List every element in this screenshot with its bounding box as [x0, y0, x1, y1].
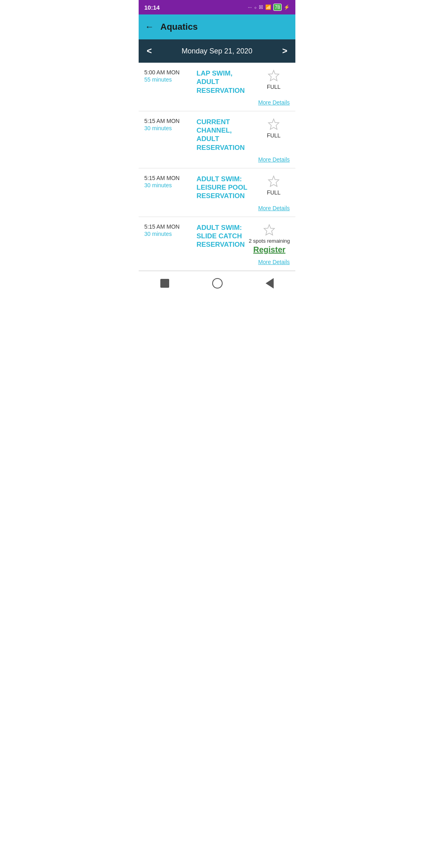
session-time: 5:00 AM MON — [144, 69, 192, 76]
x-icon: ☒ — [259, 4, 263, 10]
prev-date-button[interactable]: < — [147, 46, 152, 56]
current-date: Monday Sep 21, 2020 — [182, 47, 252, 55]
session-time: 5:15 AM MON — [144, 223, 192, 230]
favorite-icon[interactable] — [267, 175, 280, 188]
session-status-block: FULL — [258, 69, 290, 90]
session-item: 5:15 AM MON 30 minutes CURRENT CHANNEL, … — [139, 111, 295, 168]
status-bar: 10:14 ··· ⬦ ☒ 📶 78 ⚡ — [139, 0, 295, 14]
status-time: 10:14 — [144, 4, 160, 11]
bluetooth-icon: ⬦ — [254, 4, 257, 10]
session-name: ADULT SWIM: LEISURE POOL RESERVATION — [192, 175, 258, 201]
more-details-link[interactable]: More Details — [258, 205, 290, 211]
more-details-row: More Details — [144, 99, 290, 106]
home-circle-button[interactable] — [212, 278, 223, 289]
session-item: 5:15 AM MON 30 minutes ADULT SWIM: SLIDE… — [139, 217, 295, 271]
session-time: 5:15 AM MON — [144, 118, 192, 124]
back-triangle-icon — [266, 278, 274, 289]
session-list: 5:00 AM MON 55 minutes LAP SWIM, ADULT R… — [139, 63, 295, 271]
session-status-block: FULL — [258, 118, 290, 139]
more-details-link[interactable]: More Details — [258, 156, 290, 163]
session-item: 5:00 AM MON 55 minutes LAP SWIM, ADULT R… — [139, 63, 295, 111]
favorite-icon[interactable] — [263, 223, 276, 236]
session-name: CURRENT CHANNEL, ADULT RESERVATION — [192, 118, 258, 152]
charging-icon: ⚡ — [284, 4, 290, 10]
more-details-link[interactable]: More Details — [258, 99, 290, 106]
session-time: 5:15 AM MON — [144, 175, 192, 181]
svg-marker-2 — [268, 176, 279, 186]
battery-indicator: 78 — [273, 4, 282, 11]
status-label: FULL — [267, 189, 280, 196]
session-time-block: 5:15 AM MON 30 minutes — [144, 223, 192, 237]
date-navigation: < Monday Sep 21, 2020 > — [139, 39, 295, 63]
svg-marker-3 — [264, 225, 274, 235]
back-nav-button[interactable] — [266, 278, 274, 289]
favorite-icon[interactable] — [267, 69, 280, 82]
session-duration: 55 minutes — [144, 76, 192, 83]
register-button[interactable]: Register — [253, 245, 285, 254]
status-label: FULL — [267, 132, 280, 139]
signal-icon: ··· — [248, 4, 252, 10]
app-header: ← Aquatics — [139, 14, 295, 39]
circle-icon — [212, 278, 223, 289]
session-row: 5:15 AM MON 30 minutes CURRENT CHANNEL, … — [144, 118, 290, 152]
more-details-link[interactable]: More Details — [258, 259, 290, 265]
page-title: Aquatics — [160, 22, 198, 32]
square-icon — [160, 279, 169, 288]
more-details-row: More Details — [144, 258, 290, 266]
more-details-row: More Details — [144, 205, 290, 212]
back-button[interactable]: ← — [145, 22, 154, 32]
status-icons: ··· ⬦ ☒ 📶 78 ⚡ — [248, 4, 290, 11]
session-status-block: FULL — [258, 175, 290, 196]
session-row: 5:15 AM MON 30 minutes ADULT SWIM: LEISU… — [144, 175, 290, 201]
svg-marker-1 — [268, 119, 279, 129]
session-duration: 30 minutes — [144, 182, 192, 188]
session-time-block: 5:15 AM MON 30 minutes — [144, 118, 192, 131]
favorite-icon[interactable] — [267, 118, 280, 131]
home-button[interactable] — [160, 279, 169, 288]
status-label: FULL — [267, 84, 280, 90]
session-row: 5:15 AM MON 30 minutes ADULT SWIM: SLIDE… — [144, 223, 290, 255]
session-row: 5:00 AM MON 55 minutes LAP SWIM, ADULT R… — [144, 69, 290, 95]
session-item: 5:15 AM MON 30 minutes ADULT SWIM: LEISU… — [139, 168, 295, 217]
wifi-icon: 📶 — [265, 4, 271, 10]
session-status-block: 2 spots remaining Register — [249, 223, 290, 255]
session-duration: 30 minutes — [144, 231, 192, 237]
session-duration: 30 minutes — [144, 125, 192, 131]
next-date-button[interactable]: > — [282, 46, 287, 56]
more-details-row: More Details — [144, 156, 290, 163]
svg-marker-0 — [268, 70, 279, 81]
bottom-navigation — [139, 271, 295, 295]
session-time-block: 5:15 AM MON 30 minutes — [144, 175, 192, 188]
spots-remaining: 2 spots remaining — [249, 238, 290, 245]
session-time-block: 5:00 AM MON 55 minutes — [144, 69, 192, 83]
session-name: ADULT SWIM: SLIDE CATCH RESERVATION — [192, 223, 249, 249]
session-name: LAP SWIM, ADULT RESERVATION — [192, 69, 258, 95]
